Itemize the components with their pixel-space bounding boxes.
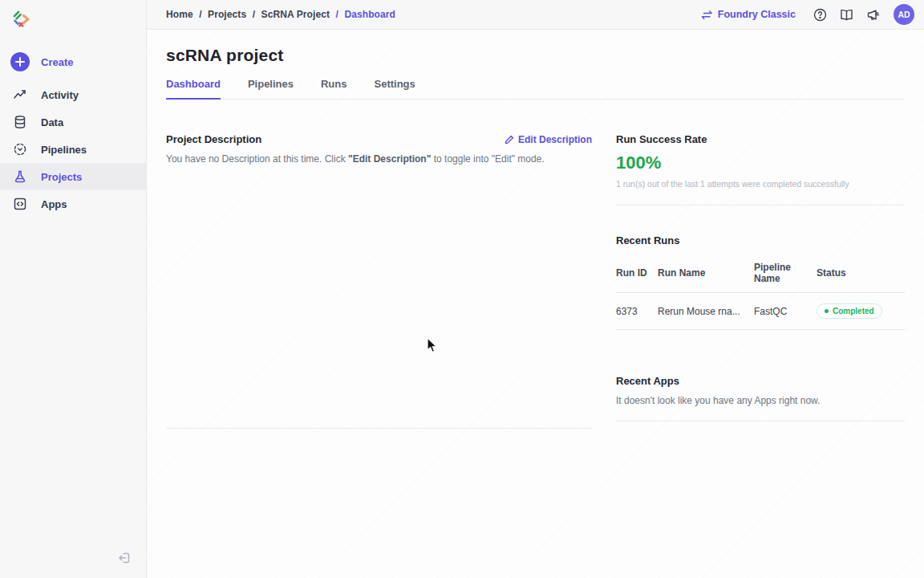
breadcrumb-home[interactable]: Home bbox=[166, 9, 193, 20]
sidebar-item-label: Pipelines bbox=[41, 144, 87, 156]
success-rate-value: 100% bbox=[616, 153, 905, 173]
page-title: scRNA project bbox=[166, 46, 905, 65]
workspace-switcher[interactable]: Foundry Classic bbox=[701, 9, 796, 20]
run-success-rate-section: Run Success Rate 100% 1 run(s) out of th… bbox=[616, 100, 905, 206]
cell-run-name: Rerun Mouse rna... bbox=[658, 293, 754, 330]
column-run-name: Run Name bbox=[658, 257, 754, 293]
breadcrumb-scrna-project[interactable]: ScRNA Project bbox=[261, 9, 330, 20]
cell-run-id: 6373 bbox=[616, 293, 658, 330]
create-button[interactable]: Create bbox=[0, 46, 146, 78]
brand-logo[interactable] bbox=[0, 0, 146, 38]
topbar: Home / Projects / ScRNA Project / Dashbo… bbox=[147, 0, 924, 30]
breadcrumb-separator: / bbox=[336, 9, 338, 20]
megaphone-icon bbox=[866, 8, 881, 22]
swap-arrows-icon bbox=[701, 10, 713, 20]
sidebar-item-label: Projects bbox=[41, 171, 82, 183]
table-header-row: Run ID Run Name Pipeline Name Status bbox=[616, 257, 905, 293]
database-icon bbox=[10, 112, 30, 132]
table-row[interactable]: 6373 Rerun Mouse rna... FastQC Completed bbox=[616, 293, 905, 330]
status-badge: Completed bbox=[817, 303, 882, 319]
right-column: Run Success Rate 100% 1 run(s) out of th… bbox=[616, 100, 905, 429]
status-dot-icon bbox=[825, 309, 829, 313]
sidebar-item-pipelines[interactable]: Pipelines bbox=[0, 136, 146, 163]
apps-icon bbox=[10, 194, 30, 214]
recent-runs-table: Run ID Run Name Pipeline Name Status 637… bbox=[616, 257, 905, 330]
project-description-section: Project Description Edit Description You… bbox=[166, 100, 592, 429]
create-label: Create bbox=[41, 56, 73, 68]
tab-pipelines[interactable]: Pipelines bbox=[248, 78, 294, 99]
run-success-rate-heading: Run Success Rate bbox=[616, 133, 905, 145]
cell-status: Completed bbox=[817, 293, 905, 330]
breadcrumb-projects[interactable]: Projects bbox=[208, 9, 246, 20]
pencil-icon bbox=[505, 135, 514, 144]
sidebar-item-apps[interactable]: Apps bbox=[0, 190, 146, 218]
sidebar-item-data[interactable]: Data bbox=[0, 108, 146, 136]
cell-pipeline-name: FastQC bbox=[754, 293, 817, 330]
tab-settings[interactable]: Settings bbox=[374, 78, 415, 99]
avatar[interactable]: AD bbox=[894, 4, 914, 25]
flask-icon bbox=[10, 167, 30, 186]
sidebar-item-projects[interactable]: Projects bbox=[0, 163, 146, 190]
success-rate-subtext: 1 run(s) out of the last 1 attempts were… bbox=[616, 179, 905, 189]
description-empty-suffix: to toggle into "Edit" mode. bbox=[431, 153, 544, 165]
activity-icon bbox=[10, 85, 30, 104]
main-area: Home / Projects / ScRNA Project / Dashbo… bbox=[147, 0, 924, 578]
recent-apps-heading: Recent Apps bbox=[616, 375, 905, 387]
status-label: Completed bbox=[833, 307, 874, 315]
description-empty-text: You have no Description at this time. Cl… bbox=[166, 153, 592, 165]
workspace-switcher-label: Foundry Classic bbox=[718, 9, 796, 20]
recent-runs-heading: Recent Runs bbox=[616, 234, 905, 246]
pipelines-icon bbox=[10, 140, 30, 159]
description-empty-prefix: You have no Description at this time. Cl… bbox=[166, 153, 348, 165]
breadcrumb-separator: / bbox=[199, 9, 201, 20]
project-description-heading: Project Description bbox=[166, 133, 261, 145]
breadcrumb: Home / Projects / ScRNA Project / Dashbo… bbox=[166, 9, 395, 20]
sidebar-nav: Create Activity Data bbox=[0, 46, 146, 218]
collapse-sidebar-icon bbox=[117, 551, 132, 565]
sidebar-item-label: Data bbox=[41, 116, 63, 128]
breadcrumb-separator: / bbox=[253, 9, 255, 20]
column-pipeline-name: Pipeline Name bbox=[754, 257, 817, 293]
breadcrumb-dashboard[interactable]: Dashboard bbox=[344, 9, 395, 20]
sidebar-item-activity[interactable]: Activity bbox=[0, 81, 146, 108]
sidebar-item-label: Activity bbox=[41, 89, 79, 101]
page-content: scRNA project Dashboard Pipelines Runs S… bbox=[147, 30, 924, 578]
book-icon bbox=[840, 8, 853, 22]
recent-apps-empty-text: It doesn't look like you have any Apps r… bbox=[616, 395, 905, 406]
tab-runs[interactable]: Runs bbox=[321, 78, 347, 99]
docs-button[interactable] bbox=[840, 8, 853, 22]
announcements-button[interactable] bbox=[866, 8, 881, 22]
avatar-initials: AD bbox=[898, 10, 910, 19]
plus-icon bbox=[10, 52, 30, 71]
topbar-actions: Foundry Classic bbox=[701, 4, 914, 25]
help-button[interactable] bbox=[813, 8, 827, 22]
edit-description-button[interactable]: Edit Description bbox=[505, 134, 592, 145]
recent-apps-section: Recent Apps It doesn't look like you hav… bbox=[616, 330, 905, 421]
sidebar-item-label: Apps bbox=[41, 198, 67, 210]
column-status: Status bbox=[817, 257, 905, 293]
column-run-id: Run ID bbox=[616, 257, 658, 293]
tab-bar: Dashboard Pipelines Runs Settings bbox=[166, 78, 905, 100]
edit-description-label: Edit Description bbox=[518, 134, 592, 145]
question-circle-icon bbox=[813, 8, 827, 22]
formbio-logo-icon bbox=[11, 9, 146, 30]
sidebar: Create Activity Data bbox=[0, 0, 147, 578]
description-empty-bold: "Edit Description" bbox=[348, 153, 431, 165]
recent-runs-section: Recent Runs Run ID Run Name Pipeline Nam… bbox=[616, 206, 905, 330]
collapse-sidebar-button[interactable] bbox=[117, 551, 132, 565]
tab-dashboard[interactable]: Dashboard bbox=[166, 78, 221, 99]
